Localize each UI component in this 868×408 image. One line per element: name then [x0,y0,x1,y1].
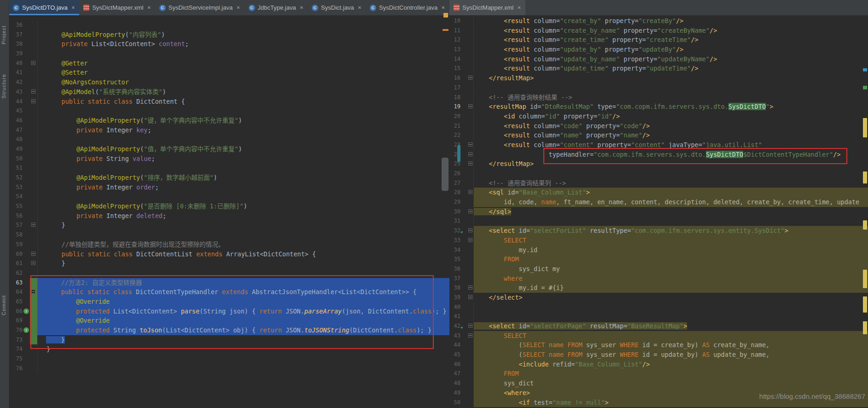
code-line[interactable]: 47 FROM [449,369,868,378]
code-line[interactable]: 45 [9,106,449,116]
code-fold-icon[interactable] [468,228,472,232]
code-line[interactable]: 40 @Getter [9,59,449,68]
tab-close-icon[interactable]: ✕ [358,5,361,10]
tool-window-button-project[interactable]: Project [1,25,6,44]
code-fold-icon[interactable] [31,61,35,65]
code-line[interactable]: 44 public static class DictContent { [9,97,449,106]
code-line[interactable]: 25 </resultMap> [449,159,868,169]
code-line[interactable]: 17 [449,83,868,93]
code-line[interactable]: 39 </select> [449,293,868,302]
tab-close-icon[interactable]: ✕ [300,5,303,10]
tool-window-button-commit[interactable]: Commit [1,295,6,315]
code-fold-icon[interactable] [468,190,472,194]
code-line[interactable]: 33 SELECT [449,236,868,245]
tab-close-icon[interactable]: ✕ [71,5,75,10]
code-line[interactable]: 35 FROM [449,254,868,264]
code-line[interactable]: 24 typeHandler="com.copm.ifm.servers.sys… [449,150,868,160]
code-line[interactable]: 38 private List<DictContent> content; [9,39,449,49]
tab-jdbctype-java[interactable]: CJdbcType.java✕ [245,0,308,15]
code-line[interactable]: 53 private Integer order; [9,183,449,192]
code-line[interactable]: 56 private Integer deleted; [9,211,449,221]
tool-window-button-structure[interactable]: Structure [1,74,6,99]
code-fold-icon[interactable] [468,161,472,166]
code-fold-icon[interactable] [31,99,35,103]
code-line[interactable]: 66↑ protected List<DictContent> parse(St… [9,307,449,316]
code-line[interactable]: 43 @ApiModel("系统字典内容实体类") [9,87,449,97]
code-line[interactable]: 43 SELECT [449,331,868,341]
code-fold-icon[interactable] [468,104,472,108]
overriding-method-icon[interactable]: ↑ [23,308,29,314]
code-line[interactable]: 62 [9,268,449,278]
code-line[interactable]: 49 @ApiModelProperty("值，单个字典内容中不允许重复") [9,144,449,154]
xml-editor[interactable]: 10 <result column="create_by" property="… [449,16,868,408]
code-fold-icon[interactable] [468,324,472,328]
tab-sysdictserviceimpl-java[interactable]: CSysDictServiceImpl.java✕ [155,0,245,15]
java-editor[interactable]: 3637 @ApiModelProperty("内容列表")38 private… [9,16,449,408]
code-line[interactable]: 12 <result column="create_time" property… [449,35,868,45]
code-line[interactable]: 29 id, code, name, ft_name, en_name, con… [449,197,868,207]
code-line[interactable]: 63 //方法2: 自定义类型转换器 [9,278,449,288]
code-line[interactable]: 38 my.id = #{i} [449,283,868,293]
code-line[interactable]: 27 <!-- 通用查询结果列 --> [449,178,868,188]
code-line[interactable]: 61 } [9,259,449,268]
left-scrollbar-thumb[interactable] [442,158,449,191]
code-line[interactable]: 47 private Integer key; [9,125,449,135]
code-line[interactable]: 15 <result column="update_time" property… [449,64,868,73]
code-fold-icon[interactable] [31,223,35,227]
code-line[interactable]: 41 [449,312,868,321]
code-line[interactable]: 74} [9,344,449,354]
code-line[interactable]: 58 [9,230,449,240]
code-line[interactable]: 19 <resultMap id="DtoResultMap" type="co… [449,102,868,112]
code-line[interactable]: 44 (SELECT name FROM sys_user WHERE id =… [449,340,868,350]
code-line[interactable]: 57 } [9,220,449,230]
code-line[interactable]: 34 my.id [449,245,868,255]
code-line[interactable]: 48 [9,135,449,144]
code-line[interactable]: 73 } [9,335,449,345]
code-line[interactable]: 22 <result column="name" property="name"… [449,130,868,140]
tab-close-icon[interactable]: ✕ [517,5,521,10]
code-fold-icon[interactable] [468,238,472,242]
code-fold-icon[interactable] [468,295,472,299]
code-line[interactable]: 40 [449,302,868,312]
tab-sysdictcontroller-java[interactable]: CSysDictController.java✕ [366,0,449,15]
code-line[interactable]: 70↑ protected String toJson(List<DictCon… [9,325,449,335]
tab-close-icon[interactable]: ✕ [236,5,240,10]
code-line[interactable]: 36 sys_dict my [449,264,868,274]
tab-close-icon[interactable]: ✕ [147,5,151,10]
code-line[interactable]: 11 <result column="create_by_name" prope… [449,26,868,35]
code-fold-icon[interactable] [31,89,35,94]
code-line[interactable]: 60 public static class DictContentList e… [9,249,449,259]
code-line[interactable]: 41 @Setter [9,68,449,77]
code-line[interactable]: 69 @Override [9,316,449,325]
code-line[interactable]: 21 <result column="code" property="code"… [449,121,868,131]
code-line[interactable]: 37 where [449,274,868,284]
code-fold-icon[interactable] [468,209,472,213]
tab-sysdict-java[interactable]: CSysDict.java✕ [308,0,366,15]
code-line[interactable]: 28 <sql id="Base_Column_List"> [449,188,868,197]
code-line[interactable]: 20 <id column="id" property="id"/> [449,112,868,121]
code-line[interactable]: 51 [9,163,449,173]
code-line[interactable]: 75 [9,354,449,364]
code-line[interactable]: 48 sys_dict [449,378,868,388]
code-line[interactable]: 16 </resultMap> [449,73,868,83]
code-line[interactable]: 31 [449,216,868,226]
code-line[interactable]: 46 @ApiModelProperty("键，单个字典内容中不允许重复") [9,116,449,125]
code-fold-icon[interactable] [468,142,472,147]
code-line[interactable]: 42➤ <select id="selectForPage" resultMap… [449,321,868,331]
code-line[interactable]: 37 @ApiModelProperty("内容列表") [9,30,449,40]
code-line[interactable]: 52 @ApiModelProperty("排序，数字越小越前面") [9,173,449,183]
code-fold-icon[interactable] [31,252,35,256]
overriding-method-icon[interactable]: ↑ [23,327,29,333]
code-line[interactable]: 46 <include refid="Base_Column_List"/> [449,360,868,369]
code-fold-icon[interactable] [31,261,35,265]
code-line[interactable]: 45 (SELECT name FROM sys_user WHERE id =… [449,350,868,360]
tab-sysdictmapper-xml[interactable]: SysDictMapper.xml✕ [449,0,525,15]
code-fold-icon[interactable] [468,152,472,156]
code-line[interactable]: 32➤ <select id="selectForList" resultTyp… [449,226,868,236]
code-line[interactable]: 55 @ApiModelProperty("是否删除 [0:未删除 1:已删除]… [9,201,449,211]
code-line[interactable]: 76 [9,364,449,373]
tab-sysdictdto-java[interactable]: CSysDictDTO.java✕ [9,0,79,15]
code-fold-icon[interactable] [468,76,472,80]
code-line[interactable]: 18 <!-- 通用查询映射结果 --> [449,93,868,102]
code-line[interactable]: 54 [9,192,449,201]
